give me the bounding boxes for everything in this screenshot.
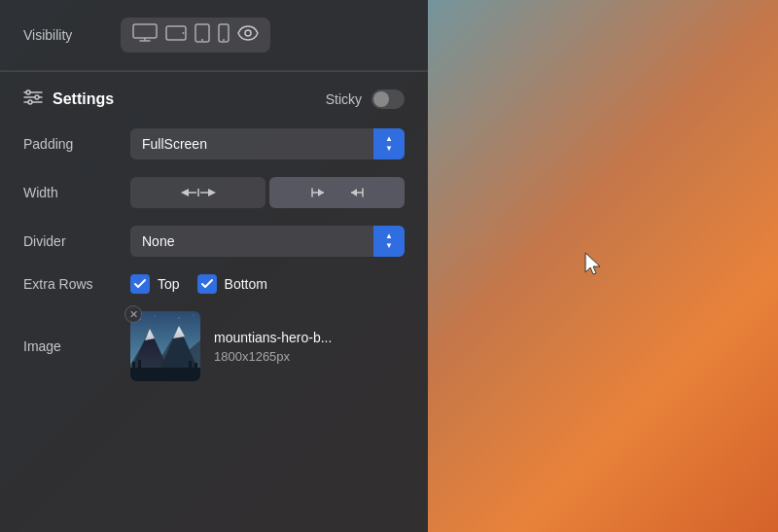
padding-row: Padding FullScreen ▲ ▼: [23, 128, 405, 160]
close-icon: ✕: [129, 309, 138, 320]
desktop-icon[interactable]: [132, 23, 158, 47]
sticky-toggle[interactable]: [371, 89, 405, 109]
top-checkbox[interactable]: [130, 274, 150, 294]
svg-rect-40: [189, 361, 192, 370]
svg-point-31: [194, 315, 194, 316]
sidebar-panel: Visibility: [0, 0, 428, 532]
shrink-arrows-icon: [175, 185, 222, 200]
full-width-arrows-icon: [310, 185, 365, 200]
chevron-up-2: ▲: [385, 232, 393, 240]
extra-rows-row: Extra Rows Top Botto: [23, 274, 405, 294]
svg-point-4: [183, 32, 185, 34]
settings-header: Settings Sticky: [23, 89, 405, 109]
svg-point-15: [28, 100, 32, 104]
svg-point-14: [35, 95, 39, 99]
image-thumbnail[interactable]: [130, 311, 200, 381]
padding-select-display[interactable]: FullScreen: [130, 128, 405, 160]
svg-rect-39: [138, 360, 141, 370]
visibility-icons-group: [121, 18, 270, 53]
svg-point-8: [223, 39, 225, 41]
tablet-portrait-icon[interactable]: [194, 23, 210, 47]
sticky-label: Sticky: [326, 91, 362, 107]
padding-select-arrow[interactable]: ▲ ▼: [373, 128, 405, 160]
svg-point-13: [26, 90, 30, 94]
visibility-label: Visibility: [23, 27, 121, 43]
settings-title-group: Settings: [23, 89, 114, 109]
top-label: Top: [158, 276, 180, 292]
image-row: Image: [23, 311, 405, 381]
chevron-down: ▼: [385, 145, 393, 153]
image-filename: mountians-hero-b...: [214, 330, 332, 345]
svg-rect-41: [194, 363, 197, 370]
svg-marker-16: [181, 189, 189, 196]
eye-icon[interactable]: [237, 25, 259, 45]
chevron-down-2: ▼: [385, 242, 393, 250]
divider-select-display[interactable]: None: [130, 226, 405, 257]
svg-rect-38: [132, 362, 135, 370]
image-remove-button[interactable]: ✕: [124, 305, 142, 323]
sticky-group: Sticky: [326, 89, 405, 109]
top-checkbox-item[interactable]: Top: [130, 274, 180, 294]
image-thumb-wrapper: ✕: [130, 311, 200, 381]
mobile-icon[interactable]: [218, 23, 230, 47]
visibility-row: Visibility: [0, 0, 428, 71]
svg-point-6: [201, 39, 203, 41]
bottom-checkbox[interactable]: [197, 274, 217, 294]
image-info: mountians-hero-b... 1800x1265px: [214, 330, 332, 364]
width-full-button[interactable]: [269, 177, 405, 208]
svg-rect-0: [133, 24, 157, 38]
width-controls: [130, 177, 405, 208]
svg-marker-20: [208, 189, 216, 196]
image-label: Image: [23, 338, 130, 354]
settings-title: Settings: [53, 90, 114, 108]
chevron-up: ▲: [385, 135, 393, 143]
settings-sliders-icon: [23, 89, 43, 109]
image-dimensions: 1800x1265px: [214, 349, 332, 364]
divider-label: Divider: [23, 233, 130, 249]
width-row: Width: [23, 177, 405, 208]
svg-marker-23: [318, 189, 324, 196]
width-label: Width: [23, 185, 130, 200]
svg-point-9: [245, 30, 251, 36]
bottom-checkbox-item[interactable]: Bottom: [197, 274, 267, 294]
settings-section: Settings Sticky Padding FullScreen ▲ ▼ W…: [0, 72, 428, 399]
bottom-label: Bottom: [225, 276, 267, 292]
divider-select-wrapper: None ▲ ▼: [130, 226, 405, 257]
padding-label: Padding: [23, 136, 130, 152]
tablet-landscape-icon[interactable]: [165, 24, 187, 46]
checkbox-group: Top Bottom: [130, 274, 267, 294]
width-shrink-button[interactable]: [130, 177, 265, 208]
divider-select-arrow[interactable]: ▲ ▼: [373, 226, 405, 257]
padding-select-wrapper: FullScreen ▲ ▼: [130, 128, 405, 160]
svg-point-29: [155, 316, 156, 317]
svg-point-30: [179, 318, 180, 319]
divider-row: Divider None ▲ ▼: [23, 226, 405, 257]
svg-rect-37: [130, 368, 200, 381]
extra-rows-label: Extra Rows: [23, 276, 130, 292]
